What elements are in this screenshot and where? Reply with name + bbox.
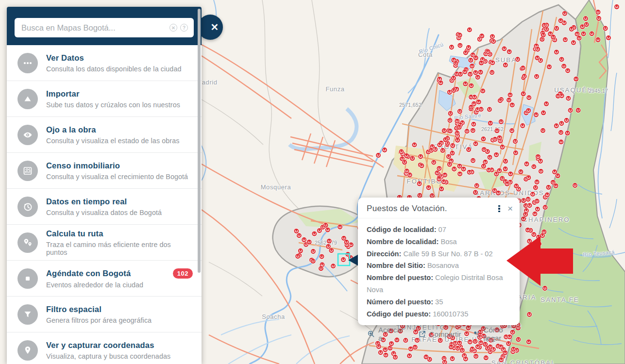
voting-place-marker[interactable]	[312, 231, 317, 236]
voting-place-marker[interactable]	[513, 150, 518, 155]
voting-place-marker[interactable]	[453, 61, 458, 66]
voting-place-marker[interactable]	[533, 185, 538, 190]
voting-place-marker[interactable]	[523, 212, 528, 217]
voting-place-marker[interactable]	[330, 263, 336, 268]
voting-place-marker[interactable]	[507, 92, 513, 98]
voting-place-marker[interactable]	[521, 91, 526, 97]
voting-place-marker[interactable]	[439, 186, 444, 192]
voting-place-marker[interactable]	[375, 152, 381, 158]
voting-place-marker[interactable]	[294, 229, 299, 234]
voting-place-marker[interactable]	[451, 88, 456, 93]
voting-place-marker[interactable]	[483, 355, 489, 361]
voting-place-marker[interactable]	[589, 31, 594, 36]
voting-place-marker[interactable]	[502, 46, 507, 51]
voting-place-marker[interactable]	[543, 101, 549, 106]
voting-place-marker[interactable]	[448, 344, 454, 349]
voting-place-marker[interactable]	[447, 117, 453, 123]
voting-place-marker[interactable]	[480, 88, 486, 94]
voting-place-marker[interactable]	[568, 108, 573, 113]
voting-place-marker[interactable]	[469, 83, 474, 88]
voting-place-marker[interactable]	[553, 183, 558, 188]
voting-place-marker[interactable]	[534, 74, 539, 79]
voting-place-marker[interactable]	[546, 184, 551, 190]
voting-place-marker[interactable]	[419, 163, 424, 168]
voting-place-marker[interactable]	[310, 248, 316, 254]
voting-place-marker[interactable]	[399, 149, 404, 154]
voting-place-marker[interactable]	[463, 81, 468, 86]
voting-place-marker[interactable]	[525, 227, 530, 232]
voting-place-marker[interactable]	[495, 190, 501, 196]
voting-place-marker[interactable]	[383, 347, 388, 352]
voting-place-marker[interactable]	[541, 110, 546, 116]
sidebar-menu-item[interactable]: Ojo a la obra Consulta y visualiza el es…	[7, 116, 202, 152]
voting-place-marker[interactable]	[404, 168, 409, 174]
voting-place-marker[interactable]	[561, 64, 567, 69]
voting-place-marker[interactable]	[489, 70, 494, 75]
voting-place-marker[interactable]	[451, 76, 456, 81]
voting-place-marker[interactable]	[464, 129, 470, 134]
voting-place-marker[interactable]	[558, 130, 563, 135]
voting-place-marker[interactable]	[481, 136, 486, 142]
voting-place-marker[interactable]	[526, 175, 531, 180]
voting-place-marker[interactable]	[455, 137, 460, 143]
voting-place-marker[interactable]	[525, 197, 531, 202]
voting-place-marker[interactable]	[475, 74, 480, 80]
voting-place-marker[interactable]	[412, 345, 418, 350]
voting-place-marker[interactable]	[437, 165, 442, 171]
sidebar-menu-item[interactable]: Calcula tu ruta Traza el camino más efic…	[7, 224, 202, 260]
voting-place-marker[interactable]	[457, 71, 463, 77]
voting-place-marker[interactable]	[431, 160, 437, 165]
voting-place-marker[interactable]	[518, 169, 524, 174]
voting-place-marker[interactable]	[447, 128, 453, 133]
voting-place-marker[interactable]	[506, 98, 511, 103]
voting-place-marker[interactable]	[508, 171, 513, 177]
voting-place-marker[interactable]	[502, 350, 507, 355]
sidebar-menu-item[interactable]: Importar Sube tus datos y crúzalos con l…	[7, 81, 202, 116]
voting-place-marker[interactable]	[402, 160, 407, 165]
sidebar-menu-item[interactable]: Ver y capturar coordenadas Visualiza, ca…	[7, 332, 202, 364]
voting-place-marker[interactable]	[534, 179, 540, 184]
voting-place-marker[interactable]	[437, 142, 442, 148]
search-input[interactable]	[15, 18, 194, 37]
voting-place-marker[interactable]	[498, 357, 504, 363]
voting-place-marker[interactable]	[544, 192, 550, 198]
voting-place-marker[interactable]	[302, 237, 307, 242]
voting-place-marker[interactable]	[440, 148, 445, 153]
voting-place-marker[interactable]	[531, 232, 537, 237]
voting-place-marker[interactable]	[551, 34, 556, 40]
voting-place-marker[interactable]	[486, 167, 491, 173]
voting-place-marker[interactable]	[595, 37, 601, 42]
voting-place-marker[interactable]	[527, 203, 532, 208]
voting-place-marker[interactable]	[559, 121, 564, 126]
voting-place-marker[interactable]	[606, 35, 611, 40]
voting-place-marker[interactable]	[535, 206, 540, 212]
voting-place-marker[interactable]	[467, 27, 472, 33]
voting-place-marker[interactable]	[474, 183, 479, 188]
voting-place-marker[interactable]	[542, 205, 548, 210]
search-clear-icon[interactable]: ✕	[169, 24, 177, 32]
voting-place-marker[interactable]	[450, 150, 455, 156]
voting-place-marker[interactable]	[481, 164, 486, 169]
voting-place-marker[interactable]	[534, 199, 540, 204]
voting-place-marker[interactable]	[533, 112, 539, 117]
voting-place-marker[interactable]	[481, 147, 487, 152]
voting-place-marker[interactable]	[614, 4, 619, 9]
voting-place-marker[interactable]	[463, 356, 468, 362]
voting-place-marker[interactable]	[306, 239, 312, 245]
popup-action-button[interactable]: Cómo llegar	[472, 326, 520, 342]
voting-place-marker[interactable]	[469, 63, 474, 68]
voting-place-marker[interactable]	[490, 60, 495, 66]
voting-place-marker[interactable]	[442, 172, 448, 178]
voting-place-marker[interactable]	[310, 259, 316, 264]
voting-place-marker[interactable]	[497, 168, 502, 173]
sidebar-menu-item[interactable]: Agéndate con Bogotá 102 Eventos alrededo…	[7, 260, 202, 296]
voting-place-marker[interactable]	[418, 154, 423, 159]
voting-place-marker[interactable]	[565, 131, 570, 136]
voting-place-marker[interactable]	[412, 142, 417, 148]
voting-place-marker[interactable]	[479, 33, 485, 39]
voting-place-marker[interactable]	[457, 33, 462, 38]
voting-place-marker[interactable]	[317, 228, 322, 233]
voting-place-marker[interactable]	[524, 161, 529, 166]
voting-place-marker[interactable]	[326, 238, 332, 244]
voting-place-marker[interactable]	[576, 35, 582, 41]
